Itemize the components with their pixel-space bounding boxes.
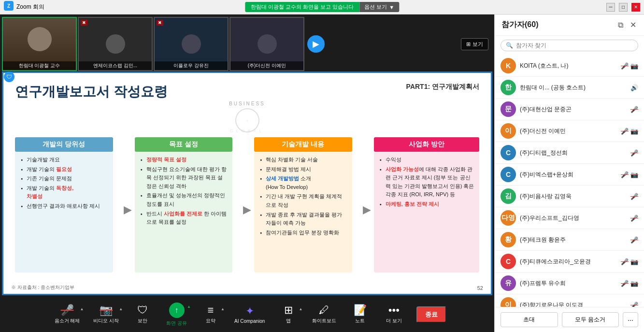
panel-popout-button[interactable]: ⧉ — [617, 19, 624, 30]
flow-section: 개발의 당위성 기술개발 개요 개발 기술의 필요성 기존 기술의 문제점 개발… — [15, 137, 479, 273]
search-input[interactable] — [516, 42, 633, 49]
flow-box-4-outer: 사업화 방안 수익성 사업화 가능성에 대해 각종 사업화 관련 근거 자료로 … — [374, 137, 480, 273]
video-button[interactable]: ▲ 📷 비디오 시작 — [86, 303, 126, 326]
share-button[interactable]: ▲ ↑ 화면 공유 — [159, 301, 194, 329]
flow-body-2: 정량적 목표 설정 핵심구현 요소기술에 대한 평가 항목 선정되기 위한 과장… — [141, 156, 228, 227]
slide-footer: ※ 자료출처 : 중소벤처기업부 — [11, 284, 74, 291]
participant-icons: 🎤📷 — [621, 128, 638, 135]
flow-header-1: 개발의 당위성 — [15, 137, 113, 152]
avatar: 다영 — [501, 210, 516, 226]
toolbar: ▲ 🎤 음소거 해제 ▲ 📷 비디오 시작 🛡 보안 ▲ ↑ 화면 공유 — [0, 297, 494, 332]
mic-muted-icon: 🎤 — [630, 149, 638, 157]
ai-companion-button[interactable]: ✦ AI Companion — [228, 304, 272, 326]
mic-muted-icon: 🎤 — [621, 280, 629, 287]
thumbnail-0[interactable]: 한림대 이광철 교수 — [2, 17, 77, 71]
panel-actions: ⧉ ✕ — [617, 19, 637, 30]
more-icon: ••• — [388, 305, 400, 316]
whiteboard-button[interactable]: 🖊 화이트보드 — [305, 303, 343, 326]
video-off-icon: 📷 — [630, 171, 638, 178]
thumbnail-2[interactable]: ✖ 이플로우 강유진 — [154, 17, 229, 71]
participant-item: C(주)비엑스랩+윤상희🎤📷 — [495, 164, 644, 186]
slide-pagenum: 52 — [477, 285, 483, 291]
participant-item: 이(주)더신전 이예민🎤📷 — [495, 120, 644, 142]
ai-label: AI Companion — [234, 318, 265, 324]
share-arrow: ▲ — [187, 304, 191, 309]
video-off-icon: 📷 — [630, 128, 638, 135]
avatar: 한 — [501, 80, 516, 95]
avatar: 김 — [501, 188, 516, 204]
participants-panel: 참가자(60) ⧉ ✕ 🔍 KKOITA (호스트, 나)🎤📷한한림대 이...… — [494, 14, 644, 332]
app-name: Zoom 회의 — [16, 3, 44, 11]
participant-list: KKOITA (호스트, 나)🎤📷한한림대 이... (공동 호스트)🔊문(주)… — [495, 55, 644, 307]
mute-all-button[interactable]: 모두 음소거 — [562, 312, 619, 327]
summary-button[interactable]: ▲ ≡ 요약 — [194, 303, 228, 326]
mic-muted-icon: 🎤 — [621, 128, 629, 135]
participant-icons: 🎤📷 — [621, 280, 638, 287]
view-button[interactable]: ⊞ 보기 — [461, 38, 488, 50]
security-label: 보안 — [138, 318, 147, 324]
titlebar: Z Zoom 회의 한림대 이광철 교수의 화면을 보고 있습니다 옵션 보기 … — [0, 0, 644, 14]
participant-name: (주)비엑스랩+윤상희 — [520, 171, 617, 179]
search-box[interactable]: 🔍 — [501, 40, 638, 51]
end-meeting-button[interactable]: 종료 — [416, 306, 446, 323]
participant-item: 유(주)프렘투 유수희🎤📷 — [495, 273, 644, 294]
more-label: 더 보기 — [386, 318, 402, 324]
mic-muted-icon: 🎤 — [630, 193, 638, 200]
participant-name: (주)대현산업 문중곤 — [520, 105, 627, 114]
security-icon: 🛡 — [137, 305, 148, 316]
mic-muted-icon: 🎤 — [630, 302, 638, 307]
avatar: 이 — [501, 297, 516, 307]
business-label: BUSINESS — [15, 101, 479, 106]
share-icon: ↑ — [169, 303, 185, 318]
mute-icon: 🎤 — [61, 305, 74, 316]
mic-muted-icon: 🎤 — [630, 236, 638, 244]
main-content: 한림대 이광철 교수 ✖ 엔제이코스랩 김민... ✖ 이플로우 강유진 — [0, 14, 644, 332]
participant-icons: 🎤 — [630, 106, 638, 113]
more-options-button[interactable]: ··· — [623, 312, 638, 327]
app-button[interactable]: ▲ ⊞ 앱 — [272, 303, 305, 326]
flow-body-4: 수익성 사업화 가능성에 대해 각종 사업화 관련 근거 자료로 제시 (정부 … — [380, 156, 475, 209]
note-icon: 📝 — [354, 305, 367, 316]
participant-icons: 🎤 — [630, 236, 638, 244]
thumbnail-1[interactable]: ✖ 엔제이코스랩 김민... — [78, 17, 153, 71]
participant-item: 김(주)비욤사랑 김영욱🎤 — [495, 186, 644, 207]
thumbnail-3[interactable]: (주)더신전 이예민 — [229, 17, 304, 71]
participant-icons: 🎤 — [630, 215, 638, 222]
maximize-button[interactable]: □ — [619, 3, 628, 12]
panel-title: 참가자(60) — [501, 20, 538, 30]
participant-item: 한한림대 이... (공동 호스트)🔊 — [495, 77, 644, 99]
svg-text:Z: Z — [7, 3, 10, 9]
avatar: C — [501, 167, 516, 182]
titlebar-center: 한림대 이광철 교수의 화면을 보고 있습니다 옵션 보기 ▼ — [245, 2, 399, 12]
summary-label: 요약 — [206, 318, 215, 324]
panel-close-button[interactable]: ✕ — [629, 19, 637, 30]
mute-label: 음소거 해제 — [55, 318, 80, 324]
security-button[interactable]: 🛡 보안 — [126, 303, 159, 326]
participant-name: (주)우리소프트_김다영 — [520, 214, 627, 222]
participant-name: (주)티큐에스코리아_오윤경 — [520, 258, 617, 266]
search-icon: 🔍 — [506, 42, 513, 49]
summary-arrow: ▲ — [221, 307, 225, 311]
whiteboard-label: 화이트보드 — [312, 318, 336, 324]
minimize-button[interactable]: ─ — [606, 3, 615, 12]
next-thumbnail-button[interactable]: ▶ — [307, 35, 325, 53]
video-label: 비디오 시작 — [93, 318, 119, 324]
speaking-icon: 🔊 — [630, 84, 638, 91]
participant-name: KOITA (호스트, 나) — [520, 62, 617, 70]
invite-button[interactable]: 초대 — [501, 312, 558, 327]
mute-button[interactable]: ▲ 🎤 음소거 해제 — [48, 303, 87, 326]
slide-content: 연구개발보고서 작성요령 PART1: 연구개발계획서 BUSINESS ○ G… — [3, 73, 491, 294]
note-button[interactable]: 📝 노트 — [343, 303, 377, 326]
flow-header-4: 사업화 방안 — [374, 137, 480, 152]
options-btn[interactable]: 옵션 보기 ▼ — [359, 2, 399, 12]
participant-item: 다영(주)우리소프트_김다영🎤 — [495, 207, 644, 229]
participant-icons: 🎤 — [630, 302, 638, 307]
panel-footer: 초대 모두 음소거 ··· — [495, 307, 644, 332]
avatar: C — [501, 145, 516, 160]
flow-box-2-outer: 목표 설정 정량적 목표 설정 핵심구현 요소기술에 대한 평가 항목 선정되기… — [135, 137, 241, 273]
video-icon: 📷 — [100, 305, 113, 316]
more-button[interactable]: ••• 더 보기 — [377, 303, 411, 326]
mic-muted-icon: 🎤 — [621, 258, 629, 265]
participant-icons: 🎤 — [630, 193, 638, 200]
close-button[interactable]: ✕ — [631, 3, 640, 12]
